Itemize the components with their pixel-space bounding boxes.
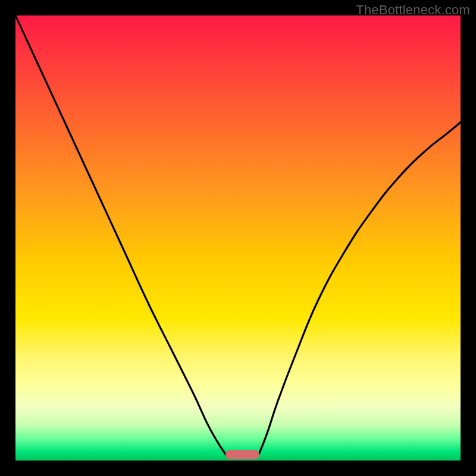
watermark-text: TheBottleneck.com (356, 2, 470, 18)
plot-area (15, 15, 461, 461)
curve-right (258, 123, 461, 456)
bottleneck-marker (226, 450, 259, 459)
curve-layer (15, 15, 461, 461)
curve-left (15, 15, 227, 456)
